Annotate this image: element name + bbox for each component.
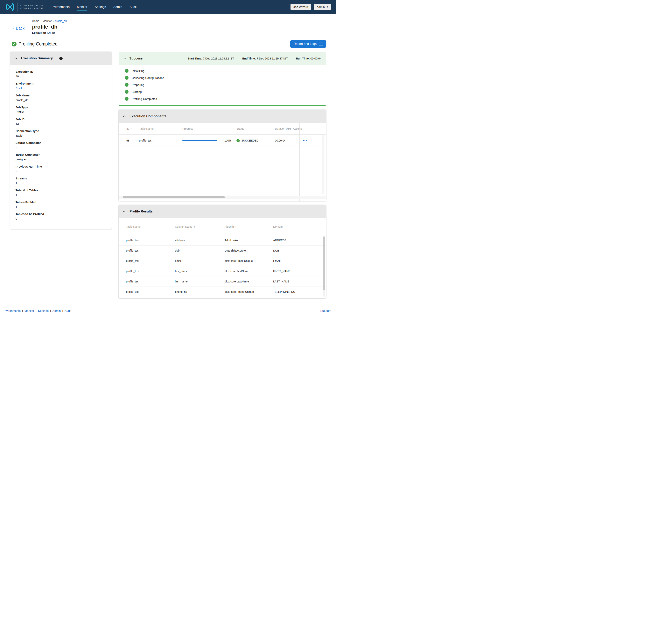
summary-field: Tables Profiled1 — [16, 200, 106, 208]
execution-steps: Initializing Collecting Configurations P… — [119, 65, 326, 105]
collapse-chevron-icon[interactable] — [14, 57, 17, 59]
execution-id-line: Execution ID: 40 — [32, 31, 67, 34]
vertical-scrollbar-track[interactable] — [322, 135, 324, 195]
footer-environments[interactable]: Environments — [3, 309, 24, 313]
nav-items: Environments Monitor Settings Admin Audi… — [51, 4, 137, 10]
results-table-head: Table Name Column Name↑ Algorithm Domain — [119, 218, 326, 235]
footer-audit[interactable]: Audit — [65, 309, 71, 313]
collapse-chevron-icon[interactable] — [123, 116, 126, 117]
nav-audit[interactable]: Audit — [130, 4, 136, 10]
success-meta: Start Time: 7 Dec 2023 11:29:32 IST End … — [187, 57, 322, 60]
success-panel: Success Start Time: 7 Dec 2023 11:29:32 … — [119, 52, 326, 106]
top-nav: CONTINUOUS COMPLIANCE Environments Monit… — [0, 0, 336, 14]
breadcrumb: Home › Monitor › profile_db — [32, 19, 67, 22]
execution-summary-title: Execution Summary — [21, 56, 53, 60]
cell-duration: 00:00:04 — [275, 139, 291, 142]
step-check-icon — [125, 76, 129, 80]
table-row[interactable]: profile_testphone_nodlpx-core:Phone Uniq… — [119, 287, 326, 297]
vertical-scrollbar-thumb[interactable] — [323, 236, 325, 290]
brand-logo[interactable]: CONTINUOUS COMPLIANCE — [5, 2, 44, 12]
column-header-table-name[interactable]: Table Name — [119, 225, 175, 228]
execution-components-table: ID↑ Table Name Progress Status Duration … — [119, 123, 326, 201]
status-badge: SUCCEEDED — [241, 139, 258, 142]
nav-right: Job Wizard admin ▼ — [291, 4, 331, 10]
footer-support[interactable]: Support — [320, 309, 330, 313]
profile-results-table: Table Name Column Name↑ Algorithm Domain… — [119, 218, 326, 298]
report-and-logs-label: Report and Logs — [294, 42, 316, 46]
report-and-logs-button[interactable]: Report and Logs — [290, 40, 326, 48]
footer-links: Environments Monitor Settings Admin Audi… — [3, 309, 71, 313]
environment-link[interactable]: Env1 — [16, 86, 106, 90]
column-header-domain[interactable]: Domain — [273, 225, 326, 228]
column-header-algorithm[interactable]: Algorithm — [225, 225, 273, 228]
back-link[interactable]: ‹ Back — [13, 26, 24, 31]
job-wizard-button[interactable]: Job Wizard — [291, 4, 311, 10]
back-chevron-icon: ‹ — [13, 26, 14, 31]
execution-components-title: Execution Components — [130, 114, 166, 118]
profile-results-panel: Profile Results Table Name Column Name↑ … — [119, 205, 326, 298]
breadcrumb-current[interactable]: profile_db — [55, 19, 67, 22]
actions-column-divider — [299, 123, 300, 201]
vertical-scrollbar-track[interactable] — [323, 236, 325, 297]
back-label: Back — [16, 26, 24, 31]
breadcrumb-home[interactable]: Home — [32, 19, 39, 22]
table-row[interactable]: profile_testemaildlpx-core:Email UniqueE… — [119, 256, 326, 266]
user-menu-button[interactable]: admin ▼ — [314, 4, 331, 10]
delphix-logo-icon — [5, 3, 15, 11]
breadcrumb-monitor[interactable]: Monitor — [43, 19, 52, 22]
summary-field: Job ID13 — [16, 117, 106, 125]
profile-results-title: Profile Results — [130, 209, 153, 214]
footer: Environments Monitor Settings Admin Audi… — [3, 309, 330, 313]
horizontal-scrollbar-thumb[interactable] — [123, 196, 225, 198]
summary-field: Streams1 — [16, 177, 106, 185]
table-row[interactable]: profile_testfirst_namedlpx-core:FirstNam… — [119, 266, 326, 276]
progress-bar — [182, 140, 224, 141]
execution-components-panel: Execution Components ID↑ Table Name Prog… — [119, 110, 326, 201]
table-row[interactable]: profile_testdobDateShiftDiscreteDOB — [119, 246, 326, 256]
table-row[interactable]: 68 profile_test 100% SUCCEEDED 00:00:04 … — [119, 135, 326, 147]
more-actions-icon[interactable]: ••• — [303, 139, 307, 142]
execution-components-header: Execution Components — [119, 110, 326, 123]
column-header-id[interactable]: ID↑ — [119, 127, 139, 130]
collapse-chevron-icon[interactable] — [123, 211, 126, 212]
column-header-progress[interactable]: Progress — [182, 127, 224, 130]
info-icon[interactable] — [59, 57, 63, 60]
caret-down-icon: ▼ — [326, 6, 328, 8]
brand-line1: CONTINUOUS — [20, 4, 44, 6]
nav-environments[interactable]: Environments — [51, 4, 70, 10]
nav-settings[interactable]: Settings — [95, 4, 106, 10]
sort-ascending-icon: ↑ — [194, 225, 195, 228]
summary-field: Tables to be Profiled0 — [16, 212, 106, 220]
horizontal-scrollbar-track[interactable] — [119, 196, 326, 199]
summary-field: Target Connectorpostgres — [16, 153, 106, 161]
footer-admin[interactable]: Admin — [52, 309, 65, 313]
table-row[interactable]: profile_testaddressAddrLookupADDRESS — [119, 235, 326, 246]
run-time: Run Time: 00:00:04 — [296, 57, 322, 60]
column-header-column-name[interactable]: Column Name↑ — [175, 225, 225, 228]
footer-settings[interactable]: Settings — [38, 309, 52, 313]
collapse-chevron-icon[interactable] — [123, 58, 126, 59]
column-header-table-name[interactable]: Table Name — [139, 127, 182, 130]
step-item: Collecting Configurations — [125, 74, 326, 81]
sort-ascending-icon: ↑ — [130, 127, 132, 130]
nav-admin[interactable]: Admin — [113, 4, 122, 10]
cell-progress-percent: 100% — [224, 139, 236, 142]
footer-monitor[interactable]: Monitor — [24, 309, 38, 313]
status-heading: Profiling Completed — [18, 41, 58, 47]
summary-field: Execution ID40 — [16, 70, 106, 78]
breadcrumb-separator-icon: › — [53, 19, 54, 22]
execution-summary-body: Execution ID40 EnvironmentEnv1 Job Namep… — [10, 65, 112, 229]
execution-summary-header: Execution Summary — [10, 52, 112, 65]
table-row[interactable]: profile_testlast_namedlpx-core:LastNameL… — [119, 276, 326, 287]
right-column: Success Start Time: 7 Dec 2023 11:29:32 … — [119, 52, 326, 298]
components-table-head: ID↑ Table Name Progress Status Duration … — [119, 123, 326, 135]
column-header-duration[interactable]: Duration (HH:mm:ss) — [275, 127, 291, 130]
page-header: ‹ Back Home › Monitor › profile_db profi… — [0, 14, 336, 34]
summary-field: Job TypeProfile — [16, 105, 106, 114]
step-item: Profiling Completed — [125, 95, 326, 102]
user-menu-label: admin — [317, 5, 325, 9]
step-item: Starting — [125, 88, 326, 95]
column-header-status[interactable]: Status — [236, 127, 275, 130]
nav-monitor[interactable]: Monitor — [77, 4, 87, 10]
step-check-icon — [125, 97, 129, 101]
